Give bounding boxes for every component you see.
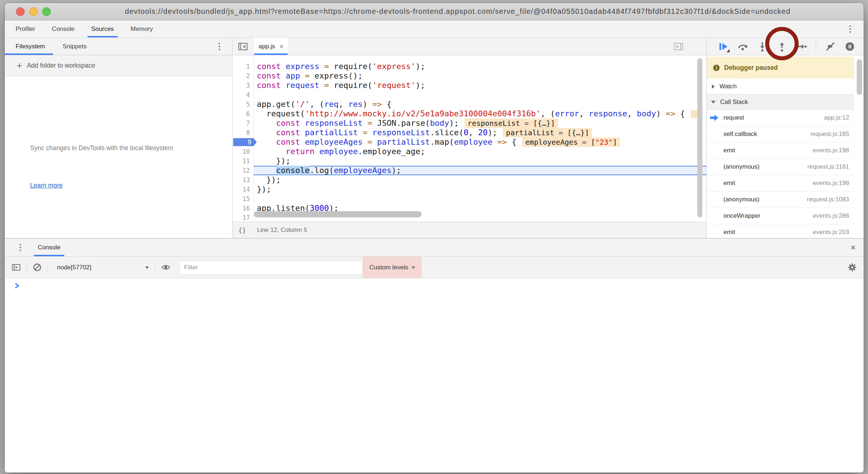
minimize-window-icon[interactable] xyxy=(29,7,38,16)
call-stack-frame[interactable]: emitevents.js:198 xyxy=(707,142,854,159)
toolbar-divider xyxy=(27,261,27,274)
line-number[interactable]: 1 xyxy=(232,62,253,71)
close-window-icon[interactable] xyxy=(16,7,25,16)
editor-tab-appjs[interactable]: app.js × xyxy=(254,38,288,55)
call-stack-frame[interactable]: self.callbackrequest.js:185 xyxy=(707,126,854,142)
line-number[interactable]: 15 xyxy=(232,194,253,204)
frame-function-name: (anonymous) xyxy=(723,196,803,203)
code-editor[interactable]: 1const express = require('express');2con… xyxy=(232,55,706,222)
call-stack-frame[interactable]: (anonymous)request.js:1083 xyxy=(707,192,854,208)
custom-levels-badge[interactable]: Custom levels xyxy=(363,257,422,278)
call-stack-frame[interactable]: requestapp.js:12 xyxy=(707,110,854,126)
editor-tab-label: app.js xyxy=(259,43,275,50)
zoom-window-icon[interactable] xyxy=(42,7,51,16)
code-text xyxy=(253,90,706,100)
line-number[interactable]: 8 xyxy=(232,128,253,137)
debugger-sidebar-body: Debugger paused Watch Call Stack request… xyxy=(707,55,864,238)
code-text: const express = require('express'); xyxy=(253,62,706,71)
code-text: }); xyxy=(253,175,706,185)
line-number[interactable]: 6 xyxy=(232,109,253,118)
drawer-close-icon[interactable]: × xyxy=(851,243,856,252)
line-number[interactable]: 11 xyxy=(232,156,253,166)
filter-input[interactable] xyxy=(179,260,363,275)
settings-gear-icon[interactable] xyxy=(847,262,857,272)
line-number[interactable]: 7 xyxy=(232,118,253,128)
toolbar-divider xyxy=(48,261,48,274)
frame-function-name: onceWrapper xyxy=(723,212,809,220)
frame-function-name: emit xyxy=(723,147,809,154)
line-number[interactable]: 16 xyxy=(232,204,253,213)
clear-console-icon[interactable] xyxy=(32,262,42,272)
eye-live-expression-icon[interactable] xyxy=(161,262,171,272)
learn-more-link[interactable]: Learn more xyxy=(30,182,63,189)
code-line: 3const request = require('request'); xyxy=(232,81,706,90)
tab-console[interactable]: Console xyxy=(48,20,78,37)
call-stack-frame[interactable]: emitevents.js:198 xyxy=(707,175,854,192)
drawer-more-icon[interactable] xyxy=(16,238,25,256)
frame-location: app.js:12 xyxy=(824,114,849,121)
editor-vertical-scrollbar[interactable] xyxy=(697,58,702,217)
tab-memory[interactable]: Memory xyxy=(127,20,157,37)
line-number[interactable]: 13 xyxy=(232,175,253,185)
call-stack-frame[interactable]: (anonymous)request.js:1161 xyxy=(707,159,854,175)
inline-eval-widget: partialList = [{…}] xyxy=(503,128,592,137)
frame-function-name: (anonymous) xyxy=(723,163,804,170)
call-stack-section-header[interactable]: Call Stack xyxy=(707,95,854,110)
watch-section-header[interactable]: Watch xyxy=(707,79,854,95)
code-text: const app = express(); xyxy=(253,71,706,81)
line-number[interactable]: 14 xyxy=(232,185,253,194)
code-line: 1const express = require('express'); xyxy=(232,62,706,71)
frame-location: events.js:203 xyxy=(813,229,849,236)
step-over-button[interactable] xyxy=(737,41,748,52)
call-stack-frame[interactable]: emitevents.js:203 xyxy=(707,224,854,238)
line-number[interactable]: 4 xyxy=(232,90,253,100)
line-number[interactable]: 2 xyxy=(232,71,253,81)
line-number[interactable]: 3 xyxy=(232,81,253,90)
breakpoint-marker[interactable]: 9 xyxy=(233,138,257,146)
pause-on-exceptions-button[interactable] xyxy=(844,41,855,52)
resume-button[interactable] xyxy=(718,41,729,52)
navigator-more-icon[interactable] xyxy=(215,38,224,55)
code-text: const partialList = responseList.slice(0… xyxy=(253,128,706,137)
info-icon xyxy=(713,64,720,72)
window-titlebar[interactable]: devtools://devtools/bundled/js_app.html?… xyxy=(5,3,864,20)
tab-sources[interactable]: Sources xyxy=(88,20,117,37)
chevron-down-icon xyxy=(145,266,149,271)
chevron-down-icon xyxy=(711,101,715,104)
toolbar-divider xyxy=(816,41,816,52)
console-input[interactable] xyxy=(5,278,864,473)
editor-horizontal-scrollbar[interactable] xyxy=(254,211,422,217)
inline-eval-widget: employeeAges = ["23"] xyxy=(522,137,620,147)
window-title: devtools://devtools/bundled/js_app.html?… xyxy=(59,7,856,16)
execution-context-selector[interactable]: node[57702] xyxy=(53,264,150,271)
tab-profiler[interactable]: Profiler xyxy=(12,20,39,37)
code-line: 8 const partialList = responseList.slice… xyxy=(232,128,706,137)
code-text: }); xyxy=(253,185,706,194)
line-number[interactable]: 17 xyxy=(232,213,253,222)
call-stack-list: requestapp.js:12self.callbackrequest.js:… xyxy=(707,110,864,238)
more-options-icon[interactable] xyxy=(845,20,855,37)
drawer-tab-console[interactable]: Console xyxy=(34,238,64,256)
frame-function-name: self.callback xyxy=(723,130,807,138)
code-text xyxy=(253,194,706,204)
pretty-print-icon[interactable]: {} xyxy=(238,226,246,234)
frame-location: events.js:198 xyxy=(813,147,849,154)
frame-location: request.js:185 xyxy=(810,130,849,138)
line-number[interactable]: 10 xyxy=(232,147,253,156)
sidebar-tab-filesystem[interactable]: Filesystem xyxy=(5,38,53,55)
line-number[interactable]: 9 xyxy=(232,137,253,147)
code-line: 13 }); xyxy=(232,175,706,185)
call-stack-frame[interactable]: onceWrapperevents.js:286 xyxy=(707,208,854,224)
tab-close-icon[interactable]: × xyxy=(279,43,283,50)
console-drawer: Console × node[57702] Custom level xyxy=(5,238,864,473)
navigator-collapse-icon[interactable] xyxy=(238,41,248,52)
sidebar-tab-snippets[interactable]: Snippets xyxy=(57,38,92,55)
add-folder-button[interactable]: + Add folder to workspace xyxy=(5,55,232,76)
console-sidebar-toggle-icon[interactable] xyxy=(11,262,21,272)
line-number[interactable]: 12 xyxy=(232,166,253,175)
panel-show-right-icon[interactable] xyxy=(673,41,684,52)
sidebar-scrollbar[interactable] xyxy=(857,59,862,95)
line-number[interactable]: 5 xyxy=(232,100,253,109)
frame-function-name: emit xyxy=(723,180,809,187)
deactivate-breakpoints-button[interactable] xyxy=(825,41,836,52)
